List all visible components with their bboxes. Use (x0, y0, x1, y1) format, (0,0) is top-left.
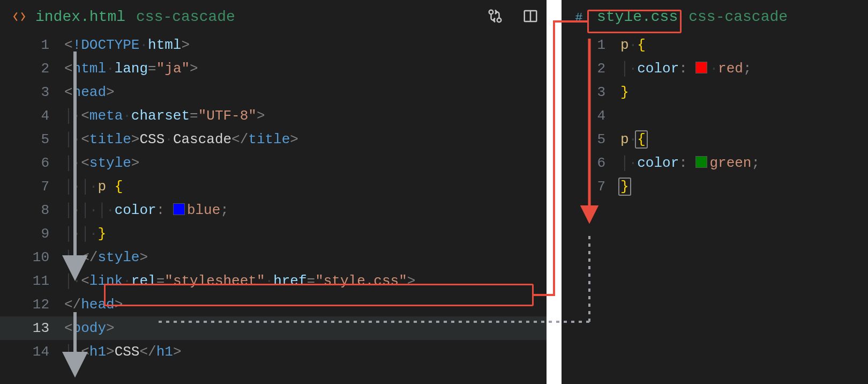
annotation-overlay (0, 0, 868, 384)
